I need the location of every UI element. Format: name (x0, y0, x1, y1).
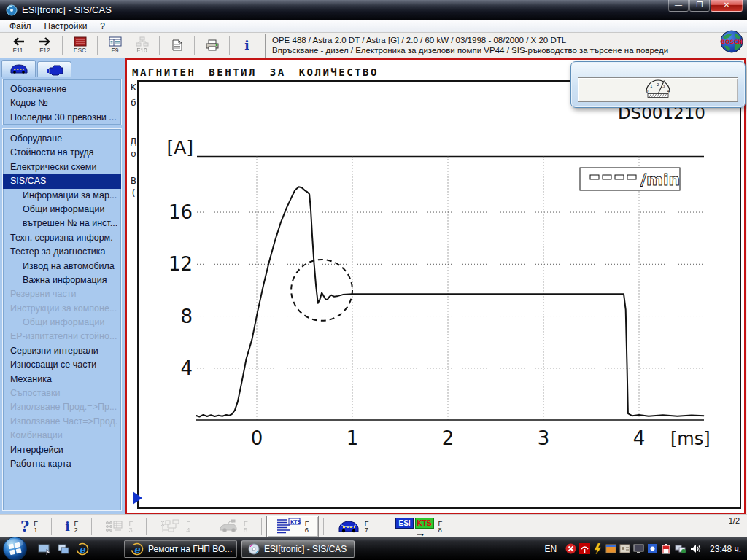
toolbar-button-table-icon[interactable]: F9 (102, 34, 128, 57)
sidebar-item[interactable]: вътрешен № на инст... (3, 217, 121, 230)
toolbar-separator (62, 36, 63, 55)
page-title: МАГНИТЕН ВЕНТИЛ ЗА КОЛИЧЕСТВО (132, 66, 379, 78)
fn-button-f8-esi-kts-icon[interactable]: ESIKTS→F8 (387, 516, 451, 537)
fnbar-separator (51, 518, 52, 535)
sidebar-item[interactable]: Механика (3, 373, 121, 386)
sidebar-item: Използване Прод.=>Пр... (3, 400, 121, 414)
menu-item-2[interactable]: ? (93, 20, 112, 32)
sidebar-item[interactable]: Оборудване (3, 132, 121, 146)
toolbar-button-label: F12 (39, 47, 50, 54)
x-tick-label: 0 (251, 427, 263, 449)
sidebar-group-vehicle: ОбозначениеКодов №Последни 30 превозни .… (2, 79, 122, 125)
legend-label: /min (640, 171, 680, 189)
maximize-button[interactable]: ❐ (689, 0, 710, 12)
sidebar-item[interactable]: Информации за мар... (3, 189, 121, 203)
fn-key-label: F2 (74, 520, 79, 533)
y-tick-label: 12 (169, 253, 193, 275)
close-button[interactable]: ✕ (711, 0, 743, 12)
toolbar-button-printer-icon[interactable] (199, 34, 225, 57)
tray-avira-icon[interactable] (579, 543, 590, 554)
fn-key-label: F8 (438, 520, 443, 533)
sidebar-item[interactable]: Работна карта (3, 457, 121, 471)
toolbar-button-label: F9 (112, 47, 119, 54)
tray-window-orange-icon[interactable] (605, 543, 616, 554)
fn-button-f5-car-tester-icon: F5 (209, 516, 257, 537)
tray-battery-icon[interactable] (661, 543, 672, 554)
sidebar-item[interactable]: Стойности на труда (3, 146, 121, 160)
tray-speaker-blue-icon[interactable] (647, 543, 658, 554)
legend-dash (603, 175, 611, 179)
sidebar-item[interactable]: Кодов № (3, 96, 121, 110)
sidebar-item[interactable]: Извод на автомобила (3, 260, 121, 273)
fn-button-f7-car-icon[interactable]: F7 (328, 516, 378, 537)
menu-item-0[interactable]: Файл (3, 20, 38, 32)
fnbar-separator (323, 518, 324, 535)
sidebar-item: Резервни части (3, 287, 121, 301)
tray-lightning-icon[interactable] (593, 543, 603, 554)
start-button[interactable] (2, 536, 28, 560)
sidebar-item[interactable]: Техн. сервизна информ. (3, 231, 121, 245)
taskbar-clock[interactable]: 23:48 ч. (710, 544, 741, 554)
toolbar-button-label: F10 (136, 47, 147, 54)
tray-volume-icon[interactable] (689, 543, 701, 554)
sidebar-item[interactable]: Общи информации (3, 203, 121, 217)
svg-text:2: 2 (657, 82, 659, 86)
sidebar-item[interactable]: Износващи се части (3, 358, 121, 372)
taskbar-task[interactable]: ESI[tronic] - SIS/CAS (241, 540, 355, 558)
toolbar-button-info-icon[interactable]: i (234, 34, 260, 57)
toolbar-button-document-icon[interactable] (164, 34, 190, 57)
x-tick-label: 3 (538, 427, 550, 449)
taskbar-task[interactable]: eРемонт на ГНП ВО... (124, 540, 237, 558)
x-tick-label: 4 (633, 427, 646, 449)
sidebar-tab-car-icon[interactable] (1, 60, 36, 77)
sidebar-item[interactable]: Сервизни интервали (3, 344, 121, 358)
chart-frame: 48121601234[A][ms]DS001210/min (137, 80, 741, 509)
multimeter-tool-button[interactable]: 0 1 2 3 4 (578, 77, 738, 102)
fn-key-label: F4 (186, 520, 190, 533)
sidebar-item[interactable]: Последни 30 превозни ... (3, 111, 121, 125)
sidebar-group-sections: ОборудванеСтойности на трудаЕлектрически… (2, 128, 122, 511)
task-label: ESI[tronic] - SIS/CAS (264, 544, 347, 554)
minimize-button[interactable]: — (668, 0, 689, 12)
sidebar-tab-engine-icon[interactable] (37, 61, 71, 77)
tray-display-icon[interactable] (633, 543, 644, 554)
sidebar-item[interactable]: Електрически схеми (3, 160, 121, 174)
scroll-down-arrow-icon[interactable] (133, 491, 142, 505)
sidebar-item[interactable]: Тестер за диагностика (3, 245, 121, 259)
toolbar-button-tree-icon: F10 (129, 34, 155, 57)
tray-network-icon[interactable] (675, 543, 686, 554)
navigation-sidebar: ОбозначениеКодов №Последни 30 превозни .… (0, 58, 125, 514)
sidebar-item[interactable]: Важна информация (3, 273, 121, 287)
fn-button-f2-info-icon[interactable]: iF2 (56, 516, 87, 537)
toolbar-button-esc-icon[interactable]: ESC (67, 34, 93, 57)
function-key-bar: ?F1iF2F3F4F5KTSF6F7ESIKTS→F81/2 (0, 514, 747, 537)
toolbar-separator (229, 36, 230, 55)
tray-security-x-icon[interactable] (565, 543, 576, 554)
page-indicator: 1/2 (729, 516, 740, 525)
window-title: ESI[tronic] - SIS/CAS (22, 4, 112, 15)
vehicle-info-line1: OPE 488 / Astra 2.0 DT / Astra [G] / 2.0… (272, 35, 746, 46)
fn-button-f1-question-icon[interactable]: ?F1 (12, 516, 47, 537)
fn-button-f6-kts-list-icon[interactable]: KTSF6 (266, 516, 319, 537)
quick-launch-window-switcher-icon[interactable] (57, 543, 70, 555)
legend-dash (627, 175, 636, 179)
svg-text:e: e (134, 543, 141, 554)
toolbar-button-arrow-right-icon[interactable]: F12 (32, 34, 58, 57)
language-indicator[interactable]: EN (544, 544, 557, 554)
sidebar-item: ЕР-изпитателни стойно... (3, 330, 121, 343)
quick-launch-show-desktop-icon[interactable] (38, 543, 51, 555)
quick-launch-ie-icon[interactable]: e (76, 542, 89, 556)
tray-user-card-icon[interactable] (619, 543, 630, 554)
menu-bar: ФайлНастройки? (0, 20, 747, 33)
sidebar-item[interactable]: Интерфейси (3, 443, 121, 457)
vehicle-info-panel: OPE 488 / Astra 2.0 DT / Astra [G] / 2.0… (265, 34, 746, 58)
fn-key-label: F3 (128, 520, 133, 533)
sidebar-item: Използване Част=>Прод. (3, 415, 121, 429)
fn-key-label: F5 (244, 520, 248, 533)
toolbar-button-arrow-left-icon[interactable]: F11 (5, 34, 31, 57)
desktop: ESI[tronic] - SIS/CAS — ❐ ✕ ФайлНастройк… (0, 0, 747, 560)
content-area: МАГНИТЕН ВЕНТИЛ ЗА КОЛИЧЕСТВО КбДоВ( 481… (125, 58, 746, 514)
menu-item-1[interactable]: Настройки (38, 20, 94, 32)
sidebar-item[interactable]: Обозначение (3, 82, 121, 96)
sidebar-item[interactable]: SIS/CAS (3, 174, 121, 188)
